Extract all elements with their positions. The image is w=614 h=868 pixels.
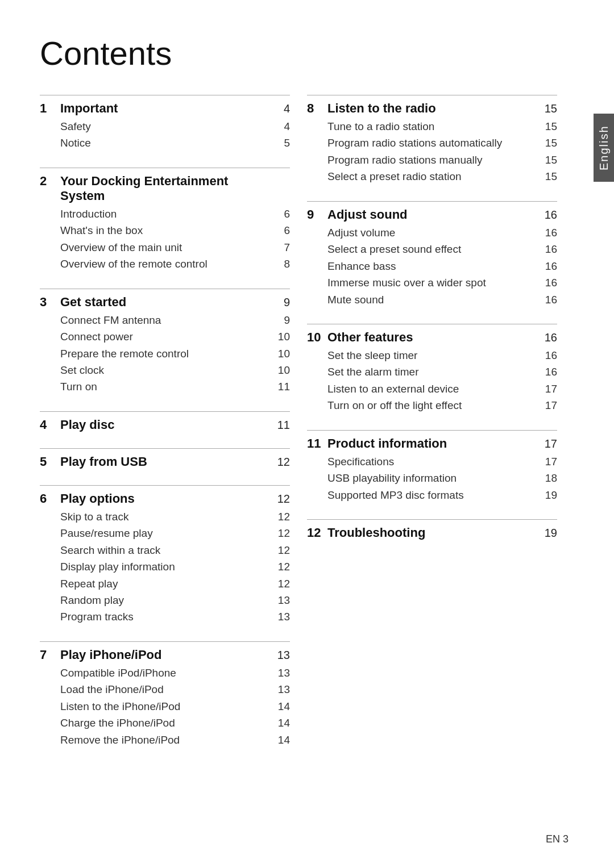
section-page-8: 15 xyxy=(540,102,557,115)
section-num-8: 8 xyxy=(307,101,327,116)
sub-items-2: Introduction6What's in the box6Overview … xyxy=(60,206,290,273)
sub-item-label: Introduction xyxy=(60,206,273,222)
sub-item-page: 19 xyxy=(540,487,557,503)
section-header-7: 7Play iPhone/iPod13 xyxy=(40,648,290,662)
sub-item-page: 4 xyxy=(273,118,290,135)
section-page-9: 16 xyxy=(540,208,557,222)
list-item: Charge the iPhone/iPod14 xyxy=(60,715,290,731)
list-item: Prepare the remote control10 xyxy=(60,345,290,362)
section-1: 1Important4Safety4Notice5 xyxy=(40,101,290,152)
list-item: Set clock10 xyxy=(60,362,290,378)
sub-item-label: Compatible iPod/iPhone xyxy=(60,665,273,681)
sub-item-page: 13 xyxy=(273,665,290,681)
sub-item-page: 12 xyxy=(273,508,290,525)
section-gap xyxy=(40,475,290,485)
section-title-8: Listen to the radio xyxy=(327,101,540,116)
sub-item-label: Tune to a radio station xyxy=(327,118,540,135)
sub-item-label: Display play information xyxy=(60,558,273,575)
list-item: Listen to the iPhone/iPod14 xyxy=(60,698,290,715)
list-item: Turn on11 xyxy=(60,378,290,395)
section-11: 11Product information17Specifications17U… xyxy=(307,436,557,503)
sub-item-label: Search within a track xyxy=(60,542,273,558)
list-item: Adjust volume16 xyxy=(327,224,557,241)
divider-col0-sec5 xyxy=(40,485,290,486)
sub-item-label: Select a preset sound effect xyxy=(327,241,540,257)
section-num-11: 11 xyxy=(307,436,327,451)
sub-item-label: Remove the iPhone/iPod xyxy=(60,732,273,748)
divider-col0-sec4 xyxy=(40,448,290,449)
sub-item-page: 16 xyxy=(540,364,557,380)
section-12: 12Troubleshooting19 xyxy=(307,525,557,540)
section-page-4: 11 xyxy=(273,419,290,432)
list-item: Program radio stations manually15 xyxy=(327,152,557,168)
sub-items-10: Set the sleep timer16Set the alarm timer… xyxy=(327,347,557,414)
list-item: Load the iPhone/iPod13 xyxy=(60,681,290,698)
section-num-12: 12 xyxy=(307,525,327,540)
section-gap xyxy=(40,401,290,411)
section-gap xyxy=(40,754,290,764)
section-title-10: Other features xyxy=(327,330,540,345)
sub-item-page: 15 xyxy=(540,135,557,151)
toc-col-2: 8Listen to the radio15Tune to a radio st… xyxy=(307,95,557,764)
sub-item-page: 16 xyxy=(540,274,557,291)
section-4: 4Play disc11 xyxy=(40,418,290,432)
sub-item-page: 15 xyxy=(540,152,557,168)
sub-item-page: 12 xyxy=(273,558,290,575)
section-header-1: 1Important4 xyxy=(40,101,290,116)
sub-item-page: 10 xyxy=(273,345,290,362)
section-header-10: 10Other features16 xyxy=(307,330,557,345)
section-gap xyxy=(307,314,557,324)
sub-item-page: 10 xyxy=(273,362,290,378)
sub-item-label: Select a preset radio station xyxy=(327,168,540,185)
section-8: 8Listen to the radio15Tune to a radio st… xyxy=(307,101,557,185)
section-page-12: 19 xyxy=(540,527,557,540)
section-9: 9Adjust sound16Adjust volume16Select a p… xyxy=(307,207,557,308)
section-7: 7Play iPhone/iPod13Compatible iPod/iPhon… xyxy=(40,648,290,748)
list-item: Tune to a radio station15 xyxy=(327,118,557,135)
divider-col1-sec2 xyxy=(307,324,557,324)
divider-col1-sec4 xyxy=(307,519,557,520)
section-gap xyxy=(40,157,290,168)
list-item: Program radio stations automatically15 xyxy=(327,135,557,151)
page-title: Contents xyxy=(40,34,557,72)
sub-item-label: Listen to the iPhone/iPod xyxy=(60,698,273,715)
list-item: Remove the iPhone/iPod14 xyxy=(60,732,290,748)
divider-col0-sec6 xyxy=(40,641,290,642)
list-item: Search within a track12 xyxy=(60,542,290,558)
sub-item-label: Random play xyxy=(60,592,273,608)
sub-item-label: Set clock xyxy=(60,362,273,378)
section-title-4: Play disc xyxy=(60,418,273,432)
sub-item-page: 6 xyxy=(273,206,290,222)
divider-col0-sec0 xyxy=(40,95,290,95)
sub-item-page: 14 xyxy=(273,715,290,731)
sub-item-label: Mute sound xyxy=(327,291,540,308)
page-wrapper: English Contents 1Important4Safety4Notic… xyxy=(0,0,614,868)
section-num-10: 10 xyxy=(307,330,327,345)
section-num-1: 1 xyxy=(40,101,60,116)
sub-item-label: Turn on xyxy=(60,378,273,395)
section-header-11: 11Product information17 xyxy=(307,436,557,451)
sub-item-page: 9 xyxy=(273,312,290,328)
section-gap xyxy=(307,191,557,201)
list-item: Notice5 xyxy=(60,135,290,151)
section-10: 10Other features16Set the sleep timer16S… xyxy=(307,330,557,414)
page-footer: EN 3 xyxy=(546,833,569,845)
section-gap xyxy=(40,631,290,641)
section-3: 3Get started9Connect FM antenna9Connect … xyxy=(40,295,290,395)
list-item: Program tracks13 xyxy=(60,608,290,625)
list-item: Overview of the main unit7 xyxy=(60,239,290,256)
section-num-4: 4 xyxy=(40,418,60,432)
toc-col-1: 1Important4Safety4Notice52Your Docking E… xyxy=(40,95,307,764)
sub-item-page: 13 xyxy=(273,681,290,698)
section-header-12: 12Troubleshooting19 xyxy=(307,525,557,540)
list-item: Random play13 xyxy=(60,592,290,608)
list-item: Repeat play12 xyxy=(60,575,290,592)
sub-items-1: Safety4Notice5 xyxy=(60,118,290,152)
sub-item-label: Pause/resume play xyxy=(60,525,273,541)
sub-item-label: What's in the box xyxy=(60,222,273,239)
list-item: Mute sound16 xyxy=(327,291,557,308)
list-item: Enhance bass16 xyxy=(327,258,557,274)
section-page-7: 13 xyxy=(273,649,290,662)
sub-item-label: Turn on or off the light effect xyxy=(327,397,540,414)
sub-item-label: Load the iPhone/iPod xyxy=(60,681,273,698)
